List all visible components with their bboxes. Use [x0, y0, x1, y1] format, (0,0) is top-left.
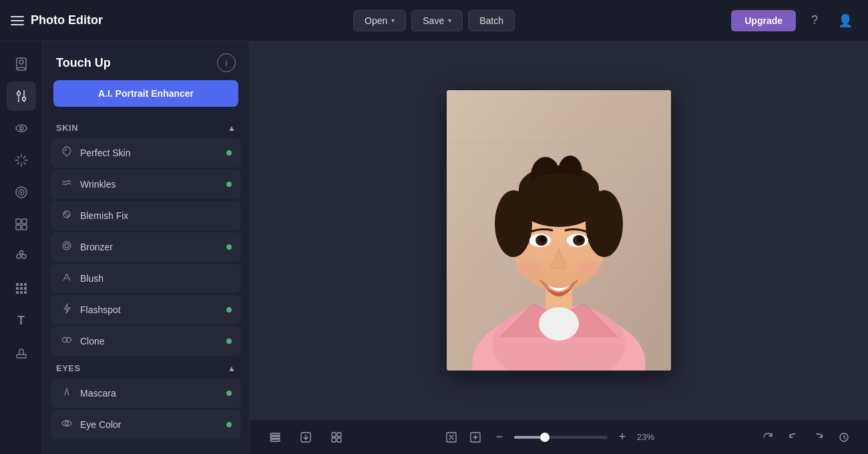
svg-rect-27: [20, 291, 23, 294]
upgrade-button[interactable]: Upgrade: [731, 10, 796, 31]
svg-point-17: [17, 254, 21, 258]
grid-view-icon[interactable]: [324, 425, 349, 449]
tool-item-blemish-fix[interactable]: Blemish Fix: [51, 201, 241, 230]
tool-panel-header: Touch Up i: [43, 41, 249, 80]
undo-button[interactable]: [783, 427, 804, 448]
eye-color-label: Eye Color: [80, 419, 121, 430]
portrait-image: © photographer: [447, 90, 671, 371]
svg-point-2: [17, 92, 20, 95]
zoom-out-button[interactable]: −: [490, 428, 509, 447]
info-icon[interactable]: i: [217, 53, 236, 72]
profile-icon[interactable]: 👤: [833, 9, 857, 33]
svg-rect-26: [16, 291, 19, 294]
canvas-viewport[interactable]: © photographer: [250, 41, 868, 419]
eyes-section-header[interactable]: Eyes ▲: [51, 358, 241, 379]
svg-point-63: [516, 261, 540, 277]
zoom-slider[interactable]: [514, 436, 608, 439]
fit-screen-icon[interactable]: [442, 428, 461, 447]
wrinkles-dot: [226, 182, 232, 187]
tool-item-wrinkles[interactable]: Wrinkles: [51, 170, 241, 199]
zoom-fit-icon[interactable]: [466, 428, 485, 447]
batch-button[interactable]: Batch: [468, 10, 515, 31]
icon-sidebar: T: [0, 41, 43, 454]
sidebar-item-portrait[interactable]: [7, 49, 36, 79]
sidebar-item-mosaic[interactable]: [7, 274, 36, 303]
sidebar-item-text[interactable]: T: [7, 306, 36, 335]
layers-icon[interactable]: [263, 425, 287, 449]
clone-label: Clone: [80, 336, 105, 347]
tool-item-clone[interactable]: Clone: [51, 326, 241, 356]
sidebar-item-sparkle[interactable]: [7, 146, 36, 175]
tool-panel-title: Touch Up: [56, 56, 111, 70]
svg-rect-14: [22, 219, 27, 224]
ai-portrait-button[interactable]: A.I. Portrait Enhancer: [53, 80, 238, 107]
flashspot-label: Flashspot: [80, 304, 121, 315]
sidebar-item-group[interactable]: [7, 242, 36, 271]
tool-item-bronzer[interactable]: Bronzer: [51, 232, 241, 262]
svg-rect-16: [22, 225, 27, 230]
bronzer-label: Bronzer: [80, 242, 113, 252]
tool-panel-scroll[interactable]: Skin ▲ Perfect Skin Wrinkles: [43, 118, 249, 454]
zoom-in-button[interactable]: +: [613, 428, 632, 447]
tool-item-eye-color[interactable]: Eye Color: [51, 410, 241, 439]
sidebar-item-adjustments[interactable]: [7, 81, 36, 111]
tool-item-flashspot[interactable]: Flashspot: [51, 295, 241, 324]
perfect-skin-label: Perfect Skin: [80, 148, 130, 158]
blush-label: Blush: [80, 273, 103, 284]
sidebar-item-target[interactable]: [7, 178, 36, 207]
svg-point-9: [19, 127, 23, 130]
svg-point-32: [67, 215, 69, 217]
history-icon[interactable]: [833, 427, 855, 448]
skin-section-title: Skin: [56, 123, 78, 133]
topbar-center: Open ▾ Save ▾ Batch: [353, 10, 515, 31]
tool-panel: Touch Up i A.I. Portrait Enhancer Skin ▲…: [43, 41, 250, 454]
tool-item-perfect-skin[interactable]: Perfect Skin: [51, 138, 241, 168]
svg-rect-72: [337, 433, 341, 437]
sidebar-item-stamp[interactable]: [7, 338, 36, 367]
main-area: T Touch Up i A.I. Portrait Enhancer Skin…: [0, 41, 868, 454]
flashspot-dot: [226, 307, 232, 312]
open-button[interactable]: Open ▾: [353, 10, 406, 31]
zoom-level: 23%: [637, 432, 664, 442]
tool-item-mascara[interactable]: Mascara: [51, 379, 241, 408]
svg-rect-69: [270, 433, 280, 435]
sidebar-item-eye[interactable]: [7, 114, 36, 143]
svg-rect-67: [270, 439, 280, 441]
help-icon[interactable]: ?: [803, 9, 827, 33]
svg-rect-22: [24, 283, 27, 286]
blemish-fix-icon: [60, 208, 73, 223]
svg-point-12: [20, 192, 22, 194]
clone-icon: [60, 334, 73, 349]
svg-text:© photographer: © photographer: [567, 363, 601, 369]
svg-rect-28: [24, 291, 27, 294]
svg-point-31: [65, 212, 67, 214]
svg-point-65: [539, 307, 579, 340]
svg-rect-71: [332, 433, 336, 437]
svg-rect-68: [270, 436, 280, 438]
eyes-section-title: Eyes: [56, 363, 81, 373]
export-icon[interactable]: [294, 425, 318, 449]
bottom-center-zoom: − + 23%: [357, 428, 749, 447]
menu-icon[interactable]: [11, 16, 24, 25]
eyes-chevron-icon: ▲: [228, 364, 236, 373]
svg-point-1: [19, 60, 23, 64]
skin-section-header[interactable]: Skin ▲: [51, 118, 241, 138]
svg-point-61: [539, 236, 546, 242]
zoom-slider-fill: [514, 436, 542, 439]
save-button[interactable]: Save ▾: [411, 10, 463, 31]
redo-button[interactable]: [808, 427, 829, 448]
bronzer-dot: [226, 244, 232, 250]
svg-point-19: [19, 251, 23, 254]
topbar: Photo Editor Open ▾ Save ▾ Batch Upgrade…: [0, 0, 868, 41]
bottom-bar: − + 23%: [250, 419, 868, 454]
perfect-skin-icon: [60, 146, 73, 160]
zoom-slider-thumb[interactable]: [540, 433, 550, 442]
refresh-icon[interactable]: [757, 427, 779, 448]
svg-rect-13: [16, 219, 21, 224]
mascara-icon: [60, 386, 73, 401]
photo-container: © photographer: [447, 90, 671, 371]
tool-item-blush[interactable]: Blush: [51, 264, 241, 293]
svg-rect-21: [20, 283, 23, 286]
clone-dot: [226, 338, 232, 344]
sidebar-item-grid[interactable]: [7, 210, 36, 239]
